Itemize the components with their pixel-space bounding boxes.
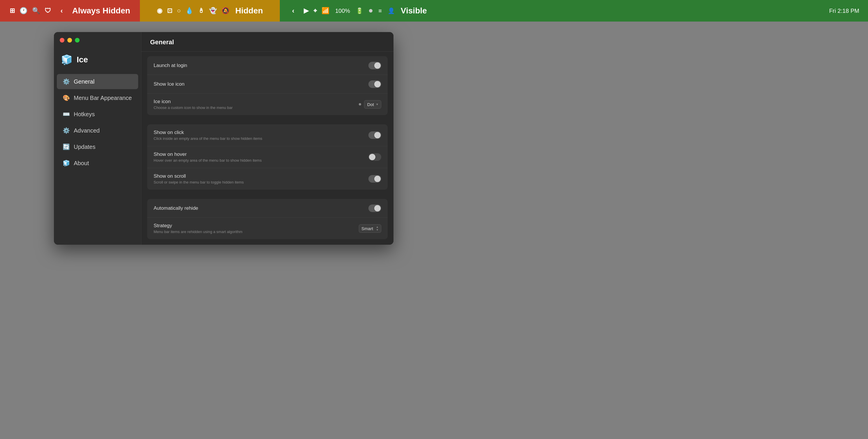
about-icon: 🧊 <box>63 160 70 167</box>
sidebar-item-hotkeys[interactable]: ⌨️ Hotkeys <box>57 107 138 122</box>
cursor-icon: ⌖ <box>313 7 317 14</box>
sidebar-item-general[interactable]: ⚙️ General <box>57 74 138 89</box>
close-button[interactable] <box>60 38 64 42</box>
setting-show-on-hover-title: Show on hover <box>154 151 368 157</box>
page-title: General <box>150 38 385 46</box>
stepper-arrows: ▲ ▼ <box>376 226 379 231</box>
setting-show-on-hover-control <box>368 153 381 161</box>
sidebar: 🧊 Ice ⚙️ General 🎨 Menu Bar Appearance ⌨… <box>54 32 142 245</box>
sidebar-item-appearance-label: Menu Bar Appearance <box>74 95 132 101</box>
setting-ice-icon-content: Ice icon Choose a custom icon to show in… <box>154 99 359 110</box>
launch-at-login-toggle-thumb <box>374 62 381 69</box>
clock-icon: 🕐 <box>20 7 27 14</box>
setting-show-on-scroll: Show on scroll Scroll or swipe in the me… <box>147 168 388 190</box>
maximize-button[interactable] <box>75 38 80 42</box>
minimize-button[interactable] <box>67 38 72 42</box>
sidebar-item-updates-label: Updates <box>74 144 96 150</box>
visible-nav-left[interactable]: ‹ <box>288 7 298 15</box>
sidebar-item-menu-bar-appearance[interactable]: 🎨 Menu Bar Appearance <box>57 90 138 105</box>
setting-ice-icon-subtitle: Choose a custom icon to show in the menu… <box>154 105 359 110</box>
app-window: 🧊 Ice ⚙️ General 🎨 Menu Bar Appearance ⌨… <box>54 32 394 245</box>
setting-ice-icon-title: Ice icon <box>154 99 359 105</box>
show-on-hover-toggle-thumb <box>369 154 375 160</box>
setting-ice-icon: Ice icon Choose a custom icon to show in… <box>147 94 388 115</box>
layers-icon: ◉ <box>157 7 162 14</box>
show-on-scroll-toggle[interactable] <box>368 175 381 183</box>
ghost-icon: 👻 <box>209 7 217 14</box>
hidden-label: Hidden <box>235 6 263 15</box>
shield-icon: 🛡 <box>44 7 51 14</box>
titlebar <box>54 32 141 48</box>
main-content: General Launch at login Show Ice icon <box>142 32 394 245</box>
settings-section-3: Automatically rehide Strategy Menu bar i… <box>147 199 388 239</box>
sidebar-item-advanced[interactable]: ⚙️ Advanced <box>57 123 138 138</box>
setting-auto-rehide-control <box>368 204 381 212</box>
menubar-hidden: ◉ ⊡ ○ 💧 🕯 👻 🔕 Hidden <box>140 0 280 22</box>
menubar: ⊞ 🕐 🔍 🛡 ‹ Always Hidden ◉ ⊡ ○ 💧 🕯 👻 🔕 Hi… <box>0 0 868 22</box>
drop-icon: 💧 <box>185 7 193 14</box>
setting-strategy-title: Strategy <box>154 223 359 229</box>
circle-icon: ○ <box>177 7 181 14</box>
bell-off-icon: 🔕 <box>221 7 229 14</box>
setting-strategy: Strategy Menu bar items are rehidden usi… <box>147 217 388 239</box>
sidebar-item-general-label: General <box>74 78 94 85</box>
sidebar-item-updates[interactable]: 🔄 Updates <box>57 139 138 155</box>
setting-ice-icon-control: Dot ▾ <box>359 100 381 109</box>
setting-show-on-hover: Show on hover Hover over an empty area o… <box>147 146 388 168</box>
setting-launch-at-login-title: Launch at login <box>154 63 368 68</box>
battery-icon: 🔋 <box>356 7 363 14</box>
setting-auto-rehide-content: Automatically rehide <box>154 205 368 211</box>
setting-show-ice-icon-control <box>368 80 381 88</box>
launch-at-login-toggle[interactable] <box>368 62 381 69</box>
strategy-stepper[interactable]: Smart ▲ ▼ <box>359 224 381 233</box>
setting-strategy-content: Strategy Menu bar items are rehidden usi… <box>154 223 359 234</box>
search-icon: 🔍 <box>32 7 40 14</box>
show-ice-icon-toggle[interactable] <box>368 80 381 88</box>
ice-icon-dropdown-value: Dot <box>367 102 374 107</box>
setting-show-on-click-subtitle: Click inside an empty area of the menu b… <box>154 136 368 141</box>
updates-icon: 🔄 <box>63 143 70 150</box>
show-ice-icon-toggle-thumb <box>374 81 381 88</box>
menubar-visible: ‹ ▶ ⌖ 📶 100% 🔋 ≡ 👤 Visible Fri 2:18 PM <box>280 0 868 22</box>
battery-pct: 100% <box>335 7 350 14</box>
user-icon: 👤 <box>388 7 395 14</box>
setting-show-on-scroll-subtitle: Scroll or swipe in the menu bar to toggl… <box>154 180 368 184</box>
setting-launch-at-login-control <box>368 62 381 69</box>
show-on-click-toggle[interactable] <box>368 131 381 139</box>
auto-rehide-toggle[interactable] <box>368 204 381 212</box>
setting-show-on-click: Show on click Click inside an empty area… <box>147 124 388 146</box>
setting-show-on-click-content: Show on click Click inside an empty area… <box>154 130 368 141</box>
menubar-always-hidden: ⊞ 🕐 🔍 🛡 ‹ Always Hidden <box>0 0 140 22</box>
setting-launch-at-login: Launch at login <box>147 56 388 75</box>
icon-dot-preview <box>359 103 361 105</box>
setting-launch-at-login-content: Launch at login <box>154 63 368 68</box>
setting-show-ice-icon-content: Show Ice icon <box>154 81 368 87</box>
auto-rehide-toggle-thumb <box>374 205 381 211</box>
wifi-icon: 📶 <box>321 7 329 14</box>
setting-auto-rehide: Automatically rehide <box>147 199 388 217</box>
clock-time: Fri 2:18 PM <box>829 7 859 14</box>
setting-show-on-click-control <box>368 131 381 139</box>
strategy-stepper-value: Smart <box>362 226 373 231</box>
main-header: General <box>142 32 394 52</box>
stepper-up-arrow-icon[interactable]: ▲ <box>376 226 379 228</box>
recording-dot <box>369 9 372 12</box>
stepper-down-arrow-icon[interactable]: ▼ <box>376 229 379 231</box>
setting-show-on-scroll-control <box>368 175 381 183</box>
ice-icon-dropdown[interactable]: Dot ▾ <box>364 100 381 109</box>
always-hidden-nav-left[interactable]: ‹ <box>57 7 66 15</box>
sidebar-item-advanced-label: Advanced <box>74 127 100 134</box>
setting-show-on-hover-content: Show on hover Hover over an empty area o… <box>154 151 368 163</box>
app-logo-icon: 🧊 <box>61 54 72 65</box>
visible-icons: ▶ ⌖ 📶 <box>304 7 329 14</box>
show-on-hover-toggle[interactable] <box>368 153 381 161</box>
sidebar-item-about-label: About <box>74 160 89 167</box>
advanced-icon: ⚙️ <box>63 127 70 134</box>
setting-show-ice-icon: Show Ice icon <box>147 75 388 94</box>
setting-show-on-hover-subtitle: Hover over an empty area of the menu bar… <box>154 158 368 163</box>
setting-show-on-scroll-title: Show on scroll <box>154 173 368 179</box>
settings-section-1: Launch at login Show Ice icon <box>147 56 388 115</box>
control-center-icon: ≡ <box>378 7 382 14</box>
setting-auto-rehide-title: Automatically rehide <box>154 205 368 211</box>
sidebar-item-about[interactable]: 🧊 About <box>57 156 138 171</box>
